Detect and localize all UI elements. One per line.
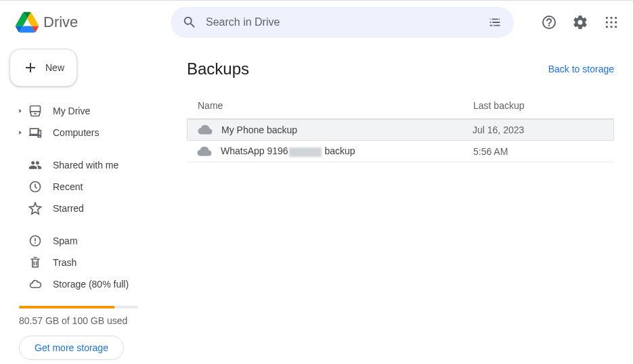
logo-group[interactable]: Drive <box>14 9 171 36</box>
sidebar-item-storage[interactable]: Storage (80% full) <box>14 273 162 295</box>
new-button-label: New <box>45 62 64 73</box>
svg-point-0 <box>606 16 608 18</box>
storage-progress-bar <box>19 306 138 309</box>
search-filter-icon[interactable] <box>481 9 508 36</box>
trash-icon <box>27 254 43 271</box>
help-icon[interactable] <box>536 9 563 36</box>
svg-point-3 <box>606 21 608 23</box>
app-name: Drive <box>43 14 78 31</box>
computers-icon <box>27 124 43 141</box>
chevron-right-icon <box>16 108 24 114</box>
table-row[interactable]: WhatsApp 9196 backup 5:56 AM <box>187 141 614 162</box>
settings-icon[interactable] <box>567 9 594 36</box>
drive-logo-icon <box>14 9 41 36</box>
my-drive-icon <box>27 103 43 119</box>
row-date: 5:56 AM <box>473 146 609 157</box>
apps-grid-icon[interactable] <box>598 9 625 36</box>
column-header-name[interactable]: Name <box>192 100 473 111</box>
search-icon[interactable] <box>176 9 203 36</box>
star-icon <box>27 200 43 217</box>
svg-point-8 <box>615 26 617 28</box>
svg-point-5 <box>615 21 617 23</box>
storage-fill <box>19 306 114 309</box>
back-to-storage-link[interactable]: Back to storage <box>548 64 614 74</box>
cloud-icon <box>27 276 43 292</box>
plus-icon <box>22 60 39 76</box>
page-header: Backups Back to storage <box>187 60 614 78</box>
sidebar-item-spam[interactable]: Spam <box>14 230 162 252</box>
sidebar-item-recent[interactable]: Recent <box>14 176 162 198</box>
svg-point-1 <box>610 16 612 18</box>
backups-table: Name Last backup My Phone backup Jul 16,… <box>187 92 614 162</box>
search-input[interactable] <box>203 16 481 28</box>
backup-cloud-icon <box>192 144 217 159</box>
clock-icon <box>27 179 43 195</box>
topbar: Drive <box>0 0 633 43</box>
table-header: Name Last backup <box>187 92 614 119</box>
chevron-right-icon <box>16 129 24 136</box>
column-header-date[interactable]: Last backup <box>473 100 609 111</box>
sidebar-item-my-drive[interactable]: My Drive <box>14 100 162 122</box>
svg-point-2 <box>615 16 617 18</box>
sidebar-item-computers[interactable]: Computers <box>14 122 162 143</box>
main-content: Backups Back to storage Name Last backup… <box>172 43 633 364</box>
top-actions <box>536 9 625 36</box>
get-more-storage-button[interactable]: Get more storage <box>19 336 124 360</box>
row-name: WhatsApp 9196 backup <box>217 145 473 156</box>
new-button[interactable]: New <box>9 49 77 87</box>
row-date: Jul 16, 2023 <box>473 124 608 135</box>
table-row[interactable]: My Phone backup Jul 16, 2023 <box>187 119 614 141</box>
svg-point-6 <box>606 26 608 28</box>
svg-point-7 <box>610 26 612 28</box>
sidebar-item-shared[interactable]: Shared with me <box>14 154 162 176</box>
svg-point-4 <box>610 21 612 23</box>
row-name: My Phone backup <box>217 124 473 135</box>
spam-icon <box>27 233 43 249</box>
backup-cloud-icon <box>193 122 217 137</box>
sidebar-item-trash[interactable]: Trash <box>14 252 162 273</box>
people-icon <box>27 157 43 173</box>
page-title: Backups <box>187 60 249 78</box>
redacted-text <box>289 147 322 157</box>
sidebar-item-starred[interactable]: Starred <box>14 198 162 219</box>
search-bar[interactable] <box>171 7 514 38</box>
sidebar: New My Drive Computers Shared with me <box>0 43 172 364</box>
storage-usage-text: 80.57 GB of 100 GB used <box>19 315 162 326</box>
